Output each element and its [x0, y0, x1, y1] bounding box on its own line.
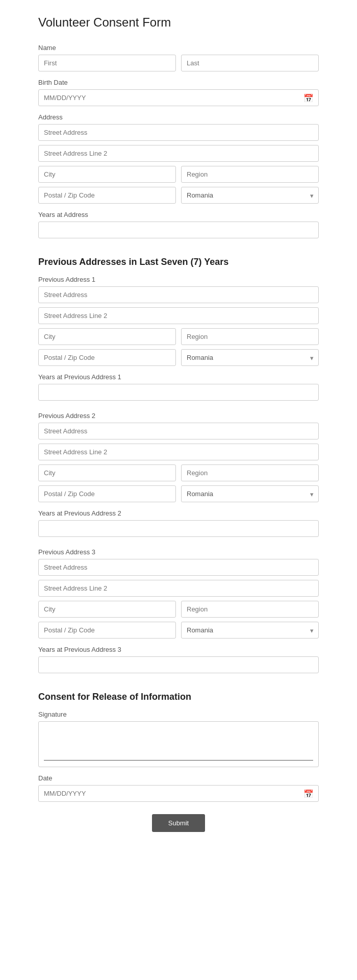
years-at-address-input[interactable]	[38, 222, 319, 238]
prev1-city-input[interactable]	[38, 328, 176, 345]
prev2-zip-input[interactable]	[38, 485, 176, 502]
prev1-street2-input[interactable]	[38, 307, 319, 324]
country-select[interactable]: Romania	[181, 187, 319, 204]
prev1-region-input[interactable]	[181, 328, 319, 345]
years-prev1-input[interactable]	[38, 384, 319, 401]
prev2-country-select[interactable]: Romania	[181, 485, 319, 502]
first-name-input[interactable]	[38, 55, 176, 71]
prev1-label: Previous Address 1	[38, 276, 319, 283]
prev2-street-input[interactable]	[38, 423, 319, 439]
last-name-input[interactable]	[181, 55, 319, 71]
consent-date-input[interactable]	[38, 785, 319, 802]
signature-label: Signature	[38, 710, 319, 718]
date-label: Date	[38, 774, 319, 782]
prev2-region-input[interactable]	[181, 464, 319, 481]
prev3-region-input[interactable]	[181, 601, 319, 618]
street-address2-input[interactable]	[38, 145, 319, 162]
prev2-city-input[interactable]	[38, 464, 176, 481]
prev3-zip-input[interactable]	[38, 622, 176, 639]
birth-date-label: Birth Date	[38, 79, 319, 86]
consent-title: Consent for Release of Information	[38, 692, 319, 702]
prev1-zip-input[interactable]	[38, 349, 176, 366]
city-input[interactable]	[38, 166, 176, 183]
prev1-country-select[interactable]: Romania	[181, 349, 319, 366]
prev1-street-input[interactable]	[38, 286, 319, 303]
prev-addresses-title: Previous Addresses in Last Seven (7) Yea…	[38, 257, 319, 267]
prev3-street-input[interactable]	[38, 559, 319, 576]
prev3-country-select[interactable]: Romania	[181, 622, 319, 639]
years-at-address-label: Years at Address	[38, 211, 319, 218]
submit-button[interactable]: Submit	[152, 814, 205, 832]
page-title: Volunteer Consent Form	[38, 15, 319, 30]
prev3-city-input[interactable]	[38, 601, 176, 618]
years-prev2-input[interactable]	[38, 520, 319, 537]
name-label: Name	[38, 44, 319, 52]
address-label: Address	[38, 113, 319, 121]
zip-input[interactable]	[38, 187, 176, 204]
prev2-label: Previous Address 2	[38, 412, 319, 420]
years-prev3-input[interactable]	[38, 656, 319, 673]
street-address-input[interactable]	[38, 124, 319, 141]
prev2-street2-input[interactable]	[38, 444, 319, 460]
region-input[interactable]	[181, 166, 319, 183]
prev3-label: Previous Address 3	[38, 548, 319, 556]
birth-date-input[interactable]	[38, 89, 319, 106]
years-prev2-label: Years at Previous Address 2	[38, 509, 319, 517]
years-prev3-label: Years at Previous Address 3	[38, 646, 319, 653]
prev3-street2-input[interactable]	[38, 580, 319, 597]
years-prev1-label: Years at Previous Address 1	[38, 373, 319, 381]
